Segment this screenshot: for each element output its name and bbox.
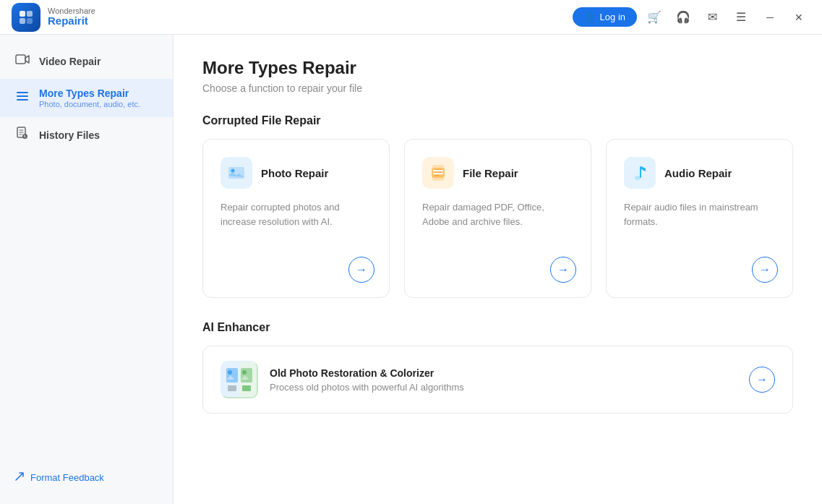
- photo-repair-icon: [221, 157, 252, 189]
- photo-repair-card[interactable]: Photo Repair Repair corrupted photos and…: [202, 139, 390, 298]
- svg-rect-17: [433, 170, 443, 171]
- sidebar-item-history-files[interactable]: History Files: [0, 117, 173, 153]
- logo-text: Wondershare Repairit: [48, 7, 95, 27]
- photo-repair-title: Photo Repair: [261, 167, 328, 179]
- svg-rect-23: [226, 368, 238, 383]
- svg-point-19: [635, 176, 641, 180]
- svg-rect-7: [17, 99, 28, 101]
- login-button[interactable]: 👤 Log in: [573, 7, 637, 27]
- content-area: More Types Repair Choose a function to r…: [174, 35, 822, 504]
- sidebar-video-label: Video Repair: [39, 56, 100, 67]
- old-photo-arrow[interactable]: →: [749, 367, 775, 393]
- sidebar-item-video-repair[interactable]: Video Repair: [0, 43, 173, 79]
- format-feedback-label: Format Feedback: [30, 472, 104, 483]
- headset-button[interactable]: 🎧: [672, 6, 695, 29]
- logo-product: Repairit: [48, 15, 95, 27]
- menu-button[interactable]: ☰: [729, 6, 753, 29]
- sidebar-item-more-types-repair[interactable]: More Types Repair Photo, document, audio…: [0, 79, 173, 117]
- close-button[interactable]: ✕: [787, 6, 810, 29]
- mail-button[interactable]: ✉: [701, 6, 724, 29]
- old-photo-restoration-icon: [221, 361, 258, 398]
- svg-rect-28: [242, 385, 251, 391]
- svg-rect-2: [20, 18, 25, 24]
- sidebar-footer: Format Feedback: [0, 460, 173, 495]
- main-layout: Video Repair More Types Repair Photo, do…: [0, 35, 822, 504]
- audio-repair-card[interactable]: Audio Repair Repair audio files in mains…: [606, 139, 793, 298]
- titlebar: Wondershare Repairit 👤 Log in 🛒 🎧 ✉ ☰ ─ …: [0, 0, 822, 35]
- sidebar: Video Repair More Types Repair Photo, do…: [0, 35, 174, 504]
- video-repair-icon: [14, 52, 30, 70]
- logo-icon: [12, 3, 40, 32]
- old-photo-desc: Process old photos with powerful AI algo…: [270, 382, 737, 393]
- svg-rect-5: [17, 92, 28, 93]
- audio-repair-arrow[interactable]: →: [752, 257, 778, 283]
- external-link-icon: [14, 471, 25, 484]
- old-photo-restoration-card[interactable]: Old Photo Restoration & Colorizer Proces…: [202, 346, 793, 414]
- file-repair-title: File Repair: [463, 167, 518, 179]
- svg-point-11: [231, 169, 235, 173]
- old-photo-title: Old Photo Restoration & Colorizer: [270, 367, 737, 379]
- history-files-icon: [14, 126, 30, 144]
- more-types-icon: [14, 89, 30, 107]
- svg-rect-20: [640, 166, 641, 178]
- svg-point-26: [242, 370, 247, 375]
- titlebar-actions: 👤 Log in 🛒 🎧 ✉ ☰ ─ ✕: [573, 6, 810, 29]
- file-repair-card[interactable]: File Repair Repair damaged PDF, Office, …: [404, 139, 591, 298]
- minimize-button[interactable]: ─: [758, 6, 782, 29]
- corrupted-cards-grid: Photo Repair Repair corrupted photos and…: [202, 139, 793, 298]
- page-subtitle: Choose a function to repair your file: [202, 82, 793, 94]
- file-repair-icon: [422, 157, 454, 189]
- svg-point-24: [228, 370, 232, 375]
- sidebar-more-label: More Types Repair: [39, 87, 140, 99]
- format-feedback-link[interactable]: Format Feedback: [14, 471, 158, 484]
- svg-rect-0: [20, 11, 25, 17]
- section-title-ai-enhancer: AI Enhancer: [202, 321, 793, 334]
- cart-button[interactable]: 🛒: [643, 6, 666, 29]
- file-repair-arrow[interactable]: →: [550, 257, 576, 283]
- svg-rect-25: [241, 368, 252, 383]
- section-title-corrupted: Corrupted File Repair: [202, 114, 793, 127]
- page-title: More Types Repair: [202, 58, 793, 78]
- svg-rect-1: [27, 11, 33, 17]
- svg-rect-6: [17, 95, 28, 97]
- svg-rect-27: [228, 385, 236, 391]
- sidebar-history-label: History Files: [39, 129, 100, 141]
- photo-repair-arrow[interactable]: →: [348, 257, 374, 283]
- login-label: Log in: [600, 12, 625, 22]
- svg-rect-3: [27, 18, 33, 24]
- audio-repair-icon: [624, 157, 656, 189]
- svg-rect-18: [433, 173, 443, 174]
- sidebar-more-sublabel: Photo, document, audio, etc.: [39, 100, 140, 108]
- audio-repair-title: Audio Repair: [664, 167, 732, 179]
- login-icon: 👤: [584, 12, 596, 22]
- logo: Wondershare Repairit: [12, 3, 95, 32]
- svg-rect-4: [16, 55, 25, 64]
